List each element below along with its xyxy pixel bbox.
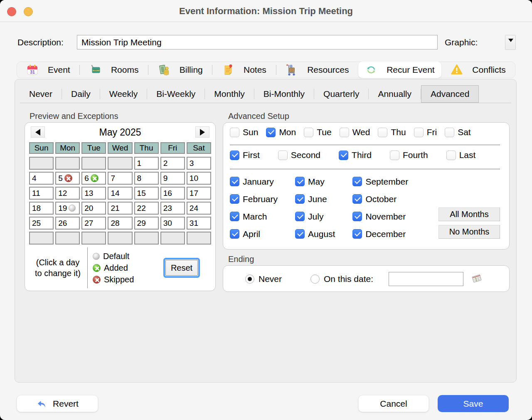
calendar-day-15[interactable]: 15 (134, 187, 159, 200)
weekday-checkbox-wed[interactable]: Wed (340, 127, 370, 137)
month-checkbox-december[interactable]: December (352, 227, 408, 240)
weekday-checkbox-tue[interactable]: Tue (304, 127, 331, 137)
description-input[interactable] (77, 35, 438, 49)
on-this-date-radio[interactable] (310, 274, 320, 284)
tab-resources[interactable]: Resources (279, 62, 355, 78)
recurrence-tab-quarterly[interactable]: Quarterly (314, 85, 368, 103)
checkbox[interactable] (230, 151, 239, 160)
reset-button[interactable]: Reset (165, 260, 198, 276)
weekday-checkbox-thu[interactable]: Thu (378, 127, 406, 137)
checkbox[interactable] (446, 151, 456, 160)
weekday-checkbox-sat[interactable]: Sat (445, 127, 471, 137)
month-checkbox-april[interactable]: April (230, 227, 278, 240)
calendar-day-4[interactable]: 4 (29, 172, 54, 185)
recurrence-tab-annually[interactable]: Annually (369, 85, 421, 103)
checkbox[interactable] (352, 212, 362, 221)
week-ordinal-checkbox-fourth[interactable]: Fourth (390, 150, 428, 160)
calendar-day-2[interactable]: 2 (160, 157, 185, 170)
month-checkbox-june[interactable]: June (295, 193, 335, 205)
ending-date-input[interactable] (389, 272, 463, 286)
month-checkbox-october[interactable]: October (352, 193, 408, 205)
calendar-day-5[interactable]: 5 (55, 172, 80, 185)
tab-rooms[interactable]: ROOMSRooms (83, 62, 145, 78)
ending-on-date-option[interactable]: On this date: (310, 266, 373, 292)
checkbox[interactable] (340, 128, 349, 137)
calendar-day-27[interactable]: 27 (81, 217, 106, 230)
recurrence-tab-weekly[interactable]: Weekly (100, 85, 147, 103)
calendar-day-18[interactable]: 18 (29, 202, 54, 215)
calendar-day-21[interactable]: 21 (108, 202, 132, 215)
month-checkbox-may[interactable]: May (295, 175, 335, 188)
checkbox[interactable] (445, 128, 454, 137)
calendar-day-28[interactable]: 28 (108, 217, 132, 230)
week-ordinal-checkbox-first[interactable]: First (230, 150, 260, 160)
calendar-day-20[interactable]: 20 (81, 202, 106, 215)
calendar-day-11[interactable]: 11 (29, 187, 54, 200)
calendar-day-22[interactable]: 22 (134, 202, 159, 215)
checkbox[interactable] (230, 128, 239, 137)
recurrence-tab-bi-monthly[interactable]: Bi-Monthly (254, 85, 314, 103)
week-ordinal-checkbox-third[interactable]: Third (339, 150, 372, 160)
calendar-day-10[interactable]: 10 (187, 172, 211, 185)
checkbox[interactable] (304, 128, 313, 137)
never-radio[interactable] (245, 274, 254, 284)
tab-recur-event[interactable]: Recur Event (358, 62, 441, 78)
calendar-day-3[interactable]: 3 (187, 157, 211, 170)
week-ordinal-checkbox-last[interactable]: Last (446, 150, 476, 160)
calendar-day-24[interactable]: 24 (187, 202, 211, 215)
tab-event[interactable]: 31Event (20, 62, 77, 78)
calendar-day-19[interactable]: 19 (55, 202, 80, 215)
month-checkbox-march[interactable]: March (230, 210, 278, 223)
ending-never-option[interactable]: Never (245, 266, 282, 292)
checkbox[interactable] (295, 194, 305, 204)
next-month-button[interactable] (195, 126, 209, 138)
checkbox[interactable] (295, 212, 305, 221)
calendar-day-14[interactable]: 14 (108, 187, 132, 200)
checkbox[interactable] (390, 151, 399, 160)
all-months-button[interactable]: All Months (438, 208, 500, 221)
checkbox[interactable] (278, 151, 288, 160)
month-checkbox-february[interactable]: February (230, 193, 278, 205)
date-picker-calendar-icon[interactable] (470, 273, 483, 285)
calendar-day-30[interactable]: 30 (160, 217, 185, 230)
calendar-day-13[interactable]: 13 (81, 187, 106, 200)
recurrence-tab-never[interactable]: Never (20, 85, 62, 103)
calendar-day-17[interactable]: 17 (187, 187, 211, 200)
tab-conflicts[interactable]: Conflicts (444, 62, 512, 78)
calendar-day-16[interactable]: 16 (160, 187, 185, 200)
checkbox[interactable] (339, 151, 348, 160)
checkbox[interactable] (295, 229, 305, 239)
recurrence-tab-advanced[interactable]: Advanced (421, 85, 479, 103)
graphic-dropdown-button[interactable] (505, 35, 516, 50)
save-button[interactable]: Save (438, 395, 509, 412)
calendar-day-31[interactable]: 31 (187, 217, 211, 230)
month-checkbox-july[interactable]: July (295, 210, 335, 223)
tab-notes[interactable]: Notes (215, 62, 273, 78)
checkbox[interactable] (230, 194, 239, 204)
calendar-day-25[interactable]: 25 (29, 217, 54, 230)
no-months-button[interactable]: No Months (438, 225, 500, 239)
checkbox[interactable] (352, 229, 362, 239)
weekday-checkbox-sun[interactable]: Sun (230, 127, 258, 137)
calendar-day-8[interactable]: 8 (134, 172, 159, 185)
checkbox[interactable] (230, 177, 239, 186)
checkbox[interactable] (378, 128, 387, 137)
month-checkbox-august[interactable]: August (295, 227, 335, 240)
month-checkbox-november[interactable]: November (352, 210, 408, 223)
checkbox[interactable] (230, 212, 239, 221)
checkbox[interactable] (414, 128, 424, 137)
recurrence-tab-daily[interactable]: Daily (62, 85, 100, 103)
weekday-checkbox-mon[interactable]: Mon (266, 127, 296, 137)
cancel-button[interactable]: Cancel (358, 395, 429, 412)
weekday-checkbox-fri[interactable]: Fri (414, 127, 437, 137)
checkbox[interactable] (230, 229, 239, 239)
recurrence-tab-monthly[interactable]: Monthly (205, 85, 254, 103)
checkbox[interactable] (295, 177, 305, 186)
revert-button[interactable]: Revert (17, 395, 98, 412)
month-checkbox-january[interactable]: January (230, 175, 278, 188)
checkbox[interactable] (352, 194, 362, 204)
month-checkbox-september[interactable]: September (352, 175, 408, 188)
calendar-day-12[interactable]: 12 (55, 187, 80, 200)
calendar-day-6[interactable]: 6 (81, 172, 106, 185)
calendar-day-1[interactable]: 1 (134, 157, 159, 170)
